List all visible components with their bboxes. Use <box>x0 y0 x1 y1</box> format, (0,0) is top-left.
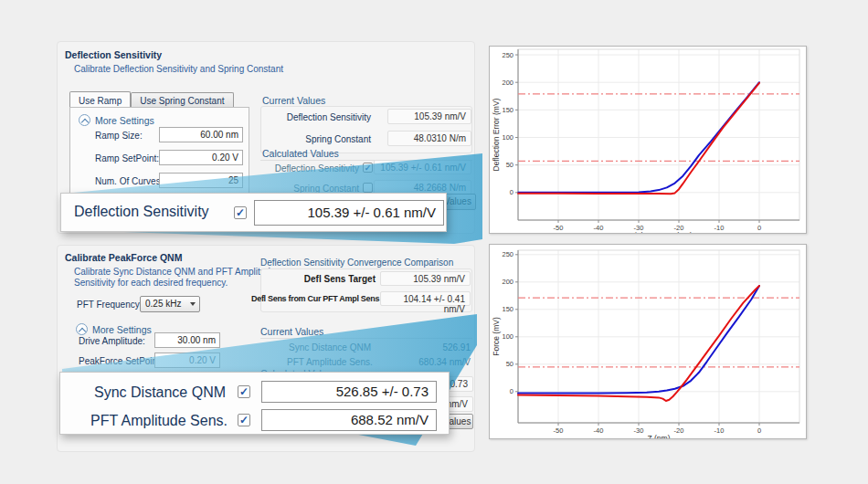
y-tick-label: 0 <box>510 188 513 196</box>
x-tick-label: 0 <box>757 224 761 232</box>
defl-sens-callout-value: 105.39 +/- 0.61 nm/V <box>254 200 444 226</box>
x-axis-label: Z (nm) <box>647 434 670 438</box>
sync-distance-callout-value: 526.85 +/- 0.73 <box>261 381 437 403</box>
defl-sens-target-label: Defl Sens Target <box>260 274 376 284</box>
y-tick-label: 100 <box>502 133 513 142</box>
more-settings-toggle[interactable]: More Settings <box>95 115 154 126</box>
ramp-size-input[interactable]: 60.00 nm <box>159 127 243 142</box>
num-curves-input[interactable]: 25 <box>159 173 243 188</box>
field-label: PeakForce SetPoint: <box>79 356 163 366</box>
y-tick-label: 0 <box>510 387 513 395</box>
y-tick-label: 250 <box>502 250 513 258</box>
deflection-sensitivity-value: 105.39 nm/V <box>387 109 471 124</box>
x-tick-label: -30 <box>634 426 644 435</box>
x-tick-label: -20 <box>674 426 684 435</box>
deflection-error-chart-panel: -50-40-30-20-100050100150200250Height Se… <box>489 46 807 234</box>
x-tick-label: -40 <box>594 426 604 435</box>
defl-sens-target-value: 105.39 nm/V <box>380 271 471 286</box>
x-tick-label: -50 <box>554 224 564 232</box>
pft-frequency-dropdown[interactable]: 0.25 kHz <box>140 296 200 312</box>
pft-frequency-label: PFT Frequency: <box>77 300 143 310</box>
y-axis-label: Force (mV) <box>492 317 501 356</box>
qnm-callout: Sync Distance QNM ✓ 526.85 +/- 0.73 PFT … <box>59 372 450 435</box>
callout-label: Sync Distance QNM <box>94 384 226 401</box>
pft-frequency-value: 0.25 kHz <box>145 299 181 309</box>
current-value-label: Spring Constant <box>260 134 371 144</box>
calc-defl-sens-checkbox[interactable]: ✓ <box>363 163 373 173</box>
callout-label: PFT Amplitude Sens. <box>90 413 228 429</box>
x-axis-label: Height Sensor (nm) <box>625 231 693 233</box>
pft-ampl-callout-checkbox[interactable]: ✓ <box>238 414 250 426</box>
x-tick-label: 0 <box>757 426 761 435</box>
panel-subtitle: Calibrate Deflection Sensitivity and Spr… <box>74 64 366 75</box>
field-label: Ramp SetPoint: <box>95 153 159 163</box>
y-tick-label: 100 <box>502 332 513 341</box>
peakforce-setpoint-input[interactable]: 0.20 V <box>154 352 220 368</box>
y-tick-label: 150 <box>502 106 513 114</box>
calc-defl-sens-value: 105.39 +/- 0.61 nm/V <box>374 160 471 174</box>
current-values-header: Current Values <box>260 326 323 337</box>
y-tick-label: 50 <box>506 360 513 368</box>
calculated-values-header: Calculated Values <box>262 148 339 159</box>
field-label: Num. Of Curves: <box>95 176 163 186</box>
current-value-label: Deflection Sensitivity <box>260 112 371 122</box>
force-chart: -50-40-30-20-100050100150200250Z (nm)For… <box>490 245 806 438</box>
collapse-chevron-icon[interactable] <box>76 323 88 335</box>
pft-ampl-callout-value: 688.52 nm/V <box>261 409 437 431</box>
sync-distance-callout-checkbox[interactable]: ✓ <box>238 385 250 398</box>
y-tick-label: 250 <box>502 51 513 59</box>
x-tick-label: -10 <box>715 426 725 435</box>
y-tick-label: 200 <box>502 79 513 87</box>
deflection-error-chart: -50-40-30-20-100050100150200250Height Se… <box>490 47 806 233</box>
x-tick-label: -10 <box>715 224 725 232</box>
x-tick-label: -50 <box>554 426 564 435</box>
y-tick-label: 200 <box>502 278 513 286</box>
y-tick-label: 50 <box>506 161 513 169</box>
collapse-chevron-icon[interactable] <box>79 114 90 126</box>
defl-sens-from-cur-label: Defl Sens from Cur PFT Ampl Sens <box>251 294 376 303</box>
tab-use-ramp[interactable]: Use Ramp <box>69 91 131 108</box>
panel-subtitle: Calibrate Sync Distance QNM and PFT Ampl… <box>74 267 284 289</box>
deflection-sensitivity-callout: Deflection Sensitivity ✓ 105.39 +/- 0.61… <box>60 193 447 232</box>
calculated-value-label: Deflection Sensitivity <box>260 163 359 174</box>
current-values-header: Current Values <box>262 95 325 106</box>
current-value-label: Sync Distance QNM <box>289 342 371 352</box>
panel-title: Deflection Sensitivity <box>65 49 162 60</box>
field-label: Drive Amplitude: <box>79 336 145 346</box>
callout-label: Deflection Sensitivity <box>74 204 209 220</box>
x-tick-label: -40 <box>594 224 604 232</box>
y-axis-label: Deflection Error (mV) <box>492 98 501 171</box>
panel-title: Calibrate PeakForce QNM <box>65 252 182 263</box>
pft-amplitude-sens-value: 680.34 nm/V <box>379 357 471 367</box>
current-value-label: PFT Amplitude Sens. <box>287 357 373 367</box>
drive-amplitude-input[interactable]: 30.00 nm <box>154 332 220 348</box>
calc-spring-constant-checkbox[interactable] <box>363 183 373 193</box>
tab-use-spring-constant[interactable]: Use Spring Constant <box>131 92 233 108</box>
defl-sens-from-cur-value: 104.14 +/- 0.41 nm/V <box>380 291 471 306</box>
convergence-header: Deflection Sensitivity Convergence Compa… <box>260 258 453 268</box>
calibration-screen: Deflection Sensitivity Calibrate Deflect… <box>0 0 868 484</box>
force-chart-panel: -50-40-30-20-100050100150200250Z (nm)For… <box>489 244 807 439</box>
defl-sens-callout-checkbox[interactable]: ✓ <box>234 206 247 219</box>
y-tick-label: 150 <box>502 305 513 313</box>
more-settings-toggle[interactable]: More Settings <box>92 324 152 335</box>
chevron-down-icon <box>190 302 196 306</box>
field-label: Ramp Size: <box>95 131 143 141</box>
tab-strip: Use RampUse Spring Constant <box>69 91 234 108</box>
sync-distance-qnm-value: 526.91 <box>379 342 471 352</box>
spring-constant-value: 48.0310 N/m <box>387 131 471 146</box>
ramp-setpoint-input[interactable]: 0.20 V <box>159 150 243 165</box>
